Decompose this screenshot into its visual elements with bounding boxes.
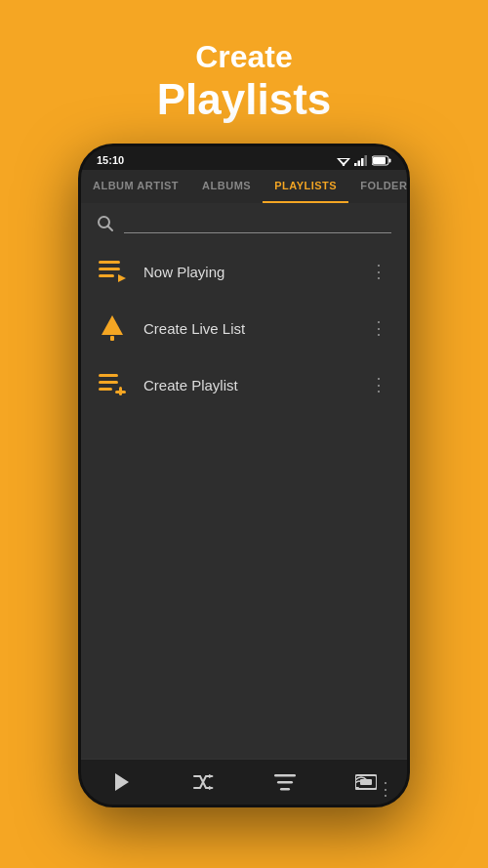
content-area: Now Playing ⋮ Create Live List ⋮ [81, 243, 407, 759]
now-playing-item[interactable]: Now Playing ⋮ [81, 243, 407, 300]
search-input[interactable] [124, 213, 391, 233]
battery-icon [372, 155, 391, 166]
svg-rect-12 [99, 261, 120, 264]
search-bar[interactable] [81, 203, 407, 243]
svg-rect-26 [274, 774, 296, 777]
svg-rect-9 [373, 157, 386, 164]
svg-marker-16 [102, 315, 123, 335]
svg-rect-4 [358, 160, 361, 166]
play-button[interactable] [111, 771, 133, 793]
shuffle-button[interactable] [192, 771, 214, 793]
bottom-bar [81, 759, 407, 805]
svg-rect-18 [99, 374, 118, 377]
now-playing-icon [97, 261, 128, 282]
svg-rect-20 [99, 388, 112, 391]
phone-wrapper: 15:10 [78, 144, 410, 807]
wifi-icon [337, 155, 350, 166]
svg-marker-15 [118, 274, 126, 282]
svg-rect-5 [361, 158, 364, 166]
signal-icon [354, 155, 368, 166]
svg-rect-31 [355, 787, 359, 789]
now-playing-more[interactable]: ⋮ [366, 257, 391, 286]
svg-rect-8 [389, 158, 391, 162]
create-playlist-label: Create Playlist [143, 377, 350, 393]
tab-albums[interactable]: ALBUMS [190, 170, 263, 203]
status-time: 15:10 [97, 154, 124, 166]
header-text: Create Playlists [157, 0, 332, 144]
tab-folders[interactable]: FOLDERS [348, 170, 407, 203]
svg-line-11 [108, 226, 113, 230]
create-playlist-more[interactable]: ⋮ [366, 370, 391, 399]
header-line2: Playlists [157, 75, 332, 124]
svg-rect-14 [99, 274, 114, 277]
now-playing-label: Now Playing [143, 264, 350, 280]
tab-album-artist[interactable]: ALBUM ARTIST [81, 170, 190, 203]
svg-rect-19 [99, 381, 118, 384]
sort-button[interactable] [274, 771, 296, 793]
svg-marker-25 [209, 786, 214, 790]
svg-rect-27 [277, 781, 293, 784]
svg-rect-6 [365, 155, 368, 166]
svg-marker-23 [115, 773, 129, 791]
create-live-list-item[interactable]: Create Live List ⋮ [81, 300, 407, 356]
svg-rect-13 [99, 268, 120, 270]
phone-frame: 15:10 [78, 144, 410, 807]
tab-bar: ALBUM ARTIST ALBUMS PLAYLISTS FOLDERS GE… [81, 170, 407, 203]
live-list-icon [97, 315, 128, 341]
cast-button[interactable] [355, 771, 377, 793]
create-live-list-label: Create Live List [143, 320, 350, 337]
svg-rect-3 [354, 163, 357, 166]
status-icons [337, 155, 391, 166]
status-bar: 15:10 [81, 146, 407, 170]
create-playlist-item[interactable]: Create Playlist ⋮ [81, 356, 407, 413]
header-line1: Create [157, 39, 332, 75]
create-live-list-more[interactable]: ⋮ [366, 313, 391, 343]
tab-playlists[interactable]: PLAYLISTS [263, 170, 348, 203]
svg-rect-28 [280, 788, 290, 791]
svg-rect-22 [115, 391, 126, 393]
svg-marker-24 [209, 774, 214, 778]
create-playlist-icon [97, 374, 128, 395]
svg-rect-17 [110, 336, 114, 341]
search-icon [97, 215, 114, 232]
phone-more-button[interactable]: ⋮ [377, 778, 394, 800]
